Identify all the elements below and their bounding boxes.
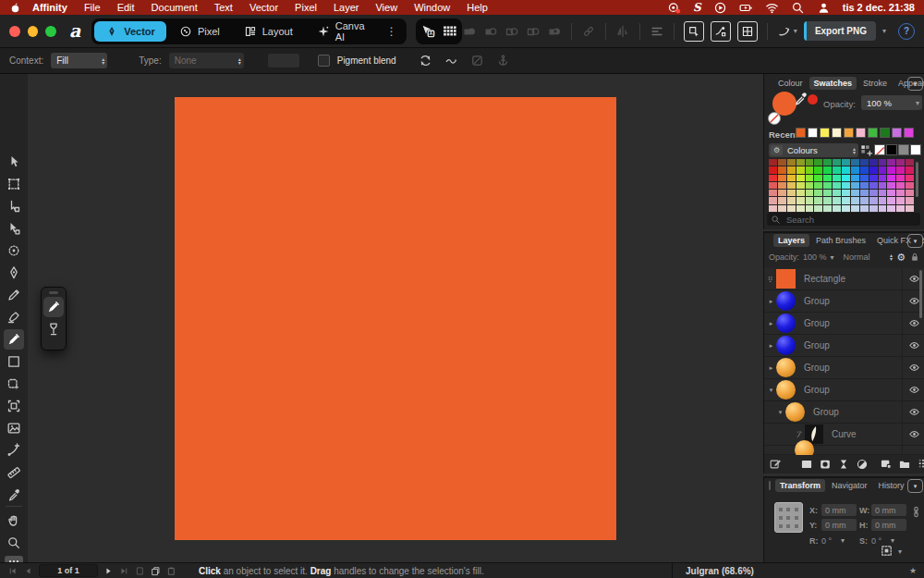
palette-swatch[interactable] [906,205,914,212]
palette-swatch[interactable] [833,159,841,166]
palette-swatch[interactable] [879,205,887,212]
menu-item-affinity[interactable]: Affinity [32,2,67,13]
palette-swatch[interactable] [769,190,777,196]
palette-swatch[interactable] [842,197,850,203]
picked-colour-swatch[interactable] [808,94,818,105]
palette-swatch[interactable] [896,197,905,203]
recent-swatch[interactable] [820,128,830,138]
palette-swatch[interactable] [823,197,832,203]
artboard-tool[interactable] [0,173,28,195]
palette-swatch[interactable] [814,182,822,189]
layers-opacity-value[interactable]: 100 % [803,252,827,262]
palette-swatch[interactable] [806,175,814,181]
palette-swatch[interactable] [842,182,850,189]
persona-vector[interactable]: Vector [94,21,166,42]
contrast-button[interactable] [856,458,869,471]
pattern-button[interactable] [917,458,924,471]
recent-swatch[interactable] [856,128,866,138]
palette-swatch[interactable] [887,166,895,173]
contour-tool[interactable] [0,217,28,240]
fill-handle-icon[interactable] [444,54,458,68]
colour-picker-tool[interactable] [0,484,28,506]
panel-collapse-button[interactable]: ▾ [907,234,923,248]
layer-row[interactable] [764,446,924,455]
palette-swatch[interactable] [906,159,914,166]
mask-button[interactable] [819,458,832,471]
anchor-handle[interactable] [786,516,790,520]
recent-swatch[interactable] [904,128,914,138]
canvas[interactable] [28,74,763,562]
layer-visibility-toggle[interactable] [902,424,924,445]
palette-swatch[interactable] [787,159,796,166]
collapse-icon[interactable]: ▾ [766,387,776,394]
palette-swatch[interactable] [778,205,786,212]
warp-tool[interactable] [0,439,28,461]
palette-swatch[interactable] [906,197,914,203]
palette-swatch[interactable] [906,166,914,173]
first-page-button[interactable] [7,566,18,576]
palette-swatch[interactable] [869,190,878,196]
palette-swatch[interactable] [787,182,796,189]
image-badge-button[interactable] [880,458,893,471]
view-tool[interactable] [0,510,28,532]
snap-move-toggle-button[interactable] [684,21,704,42]
help-button[interactable]: ? [898,23,915,40]
palette-swatch[interactable] [796,159,805,166]
palette-swatch[interactable] [769,197,777,203]
menu-clock[interactable]: tis 2 dec. 21:38 [843,2,915,13]
transform-combo-r[interactable]: 0 °▾ [821,535,845,547]
measure-tool[interactable] [0,461,28,484]
layer-visibility-toggle[interactable] [902,335,924,356]
search-input[interactable] [784,214,908,226]
menu-item-layer[interactable]: Layer [334,2,359,13]
palette-swatch[interactable] [887,190,895,196]
pigment-blend-checkbox[interactable] [318,55,330,67]
boolean-subtract-button[interactable] [483,24,498,39]
artboard-rectangle[interactable] [175,97,616,540]
palette-swatch[interactable] [823,175,832,181]
lock-icon[interactable] [909,252,920,263]
tab-layers[interactable]: Layers [773,234,809,247]
boolean-divide-button[interactable] [526,24,541,39]
link-dimensions-icon[interactable] [909,505,923,519]
pen-tool[interactable] [0,262,28,284]
anchor-handle[interactable] [786,524,790,528]
zoom-window-button[interactable] [45,26,56,37]
copy-pages-button[interactable] [151,566,161,576]
menu-item-vector[interactable]: Vector [249,2,278,13]
palette-scrollbar[interactable] [916,162,918,197]
layer-visibility-toggle[interactable] [902,379,924,400]
transform-field-y[interactable]: 0 mm [821,519,857,531]
blend-mode-select[interactable]: Normal [844,252,870,262]
snap-bounds-toggle-button[interactable] [737,21,758,42]
folder-button[interactable] [898,458,911,471]
recent-swatch[interactable] [892,128,902,138]
anchor-point-selector[interactable] [774,502,803,533]
recent-swatch[interactable] [844,128,854,138]
recent-swatch[interactable] [868,128,878,138]
layer-visibility-toggle[interactable] [902,401,924,423]
anchor-handle[interactable] [779,524,783,528]
anchor-handle[interactable] [795,508,798,511]
flyout-drag-handle[interactable] [49,291,58,294]
palette-swatch[interactable] [887,205,895,212]
opacity-select[interactable]: 100 %▾ [861,95,922,110]
menu-item-window[interactable]: Window [414,2,450,13]
layer-row-group[interactable]: ▾Group [764,401,924,424]
palette-swatch[interactable] [806,166,814,173]
layers-settings-gear-icon[interactable]: ⚙ [896,252,906,264]
palette-swatch[interactable] [814,166,822,173]
palette-swatch[interactable] [860,175,869,181]
palette-swatch[interactable] [778,166,786,173]
transform-field-h[interactable]: 0 mm [871,519,906,531]
picture-frame-tool[interactable] [0,417,28,439]
layer-visibility-toggle[interactable] [902,357,924,378]
pointer-a-button[interactable]: A [420,23,436,39]
pencil-tool[interactable] [0,284,28,306]
tab-path-brushes[interactable]: Path Brushes [811,234,870,247]
palette-swatch[interactable] [823,182,832,189]
palette-swatch[interactable] [796,175,805,181]
palette-swatch[interactable] [833,166,841,173]
layer-row-rectangle[interactable]: Rectangle [764,268,924,290]
palette-swatch[interactable] [778,182,786,189]
